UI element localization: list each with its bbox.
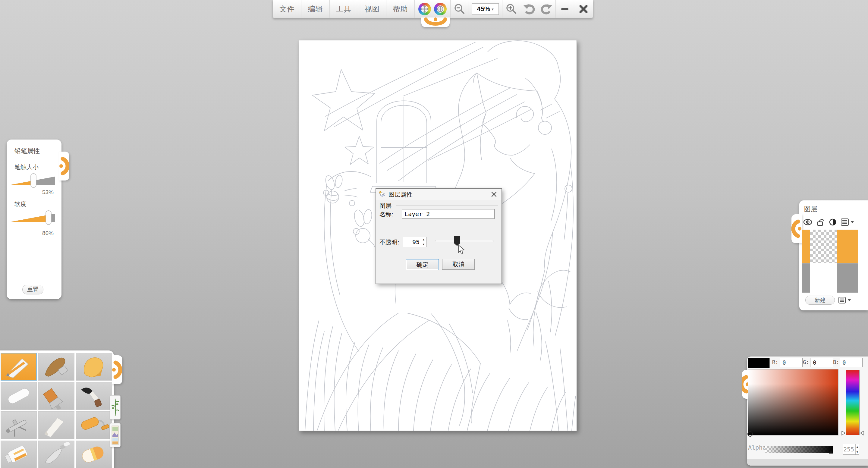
- menu-help[interactable]: 帮助: [386, 0, 415, 18]
- brush-size-label: 笔触大小: [14, 163, 61, 171]
- alpha-slider[interactable]: [765, 446, 833, 453]
- image-brush-tab[interactable]: [110, 423, 121, 447]
- spinner-up-icon: ▲: [421, 237, 426, 242]
- hue-marker-left[interactable]: [841, 431, 845, 435]
- tool-paint-tube[interactable]: [1, 441, 37, 468]
- layers-panel: 图层: [799, 200, 868, 310]
- zoom-level-value: 45%: [477, 5, 490, 13]
- spinner-down-icon: ▼: [421, 242, 426, 247]
- pencil-panel-title: 铅笔属性: [14, 147, 61, 155]
- tool-eraser-capsule[interactable]: [76, 441, 112, 468]
- tool-charcoal-pencil[interactable]: [38, 353, 74, 381]
- saturation-value-picker[interactable]: [748, 369, 838, 435]
- tool-pencil[interactable]: [1, 353, 37, 381]
- layer-controls: [803, 218, 868, 226]
- sv-picker-marker: [747, 430, 754, 438]
- layer-row-2[interactable]: [802, 263, 858, 292]
- color-panel-footer: [747, 459, 868, 466]
- tool-eraser-stick[interactable]: [1, 382, 37, 410]
- b-input[interactable]: 0: [840, 358, 863, 367]
- tool-palette-knife[interactable]: [38, 441, 74, 468]
- current-color-swatch: [748, 358, 770, 368]
- unlock-icon[interactable]: [816, 218, 825, 226]
- palette-collapse-handle[interactable]: [112, 355, 122, 384]
- tool-paint-roller[interactable]: [76, 411, 112, 439]
- zoom-level-combo[interactable]: 45%▾: [468, 0, 502, 18]
- hue-marker-right[interactable]: [860, 431, 864, 435]
- opacity-slider-track[interactable]: [435, 240, 493, 242]
- chevron-down-icon: [850, 221, 854, 224]
- layer-list-icon: [841, 218, 849, 226]
- tool-crayon[interactable]: [76, 353, 112, 381]
- opacity-spinner[interactable]: 95 ▲▼: [403, 237, 427, 247]
- dialog-titlebar[interactable]: 图层属性: [376, 189, 501, 200]
- menu-tools[interactable]: 工具: [330, 0, 358, 18]
- layer-2-thumbnail: [810, 263, 837, 292]
- tool-flat-brush[interactable]: [38, 382, 74, 410]
- divider: [396, 205, 498, 206]
- redo-button[interactable]: [538, 0, 556, 18]
- layer-row-1[interactable]: [802, 230, 858, 263]
- r-input[interactable]: 0: [780, 358, 803, 367]
- layer-1-selection-right: [837, 230, 858, 263]
- menu-edit[interactable]: 编辑: [301, 0, 330, 18]
- g-input[interactable]: 0: [810, 358, 833, 367]
- zoom-out-button[interactable]: [451, 0, 468, 18]
- close-icon: [578, 4, 589, 14]
- g-label: G:: [803, 359, 809, 365]
- layer-name-input[interactable]: Layer 2: [402, 209, 495, 219]
- scatter-brush-tab[interactable]: [110, 395, 121, 419]
- close-icon: [491, 191, 497, 197]
- brush-size-slider[interactable]: [8, 173, 61, 190]
- visibility-eye-icon[interactable]: [803, 218, 812, 226]
- alpha-value: 255: [843, 444, 855, 455]
- reset-button[interactable]: 重置: [22, 285, 43, 294]
- softness-label: 软度: [14, 200, 61, 208]
- dialog-title: 图层属性: [389, 190, 412, 198]
- tool-ink-brush[interactable]: [76, 382, 112, 410]
- mouse-cursor: [458, 245, 466, 255]
- main-toolbar: 文件 编辑 工具 视图 帮助 45%▾: [273, 0, 593, 19]
- tool-airbrush[interactable]: [1, 411, 37, 439]
- cancel-button[interactable]: 取消: [442, 259, 475, 270]
- spinner-up-icon: ▲: [856, 444, 859, 449]
- navigator-color-wheel-icon[interactable]: [434, 3, 447, 15]
- layers-stack-icon: [378, 191, 386, 198]
- pan-color-wheel-icon[interactable]: [418, 3, 431, 15]
- toolbar-collapse-handle[interactable]: [421, 18, 450, 27]
- hue-slider[interactable]: [846, 370, 860, 435]
- layer-blend-menu[interactable]: [841, 218, 854, 226]
- layers-panel-title: 图层: [804, 205, 868, 214]
- name-label: 名称:: [379, 210, 393, 218]
- color-wheel-group: [415, 0, 451, 18]
- layer-1-thumbnail: [810, 230, 837, 263]
- alpha-slider-marker: [829, 450, 833, 454]
- layers-panel-collapse-handle[interactable]: [792, 214, 802, 243]
- layer-menu-button[interactable]: [838, 297, 851, 304]
- ok-button[interactable]: 确定: [406, 259, 439, 270]
- minimize-icon: [561, 8, 568, 10]
- softness-value: 86%: [42, 230, 54, 237]
- app-window: 文件 编辑 工具 视图 帮助 45%▾: [0, 0, 868, 468]
- new-layer-button[interactable]: 新建: [805, 295, 835, 305]
- softness-slider[interactable]: [8, 210, 61, 227]
- zoom-in-button[interactable]: [502, 0, 520, 18]
- alpha-label: Alpha: [748, 444, 766, 451]
- alpha-spinner[interactable]: 255 ▲▼: [843, 444, 859, 455]
- undo-button[interactable]: [520, 0, 538, 18]
- layer-properties-dialog: 图层属性 图层 名称: Layer 2 不透明: 95 ▲▼ 确定 取消: [375, 188, 502, 284]
- opacity-value: 95: [403, 237, 421, 247]
- close-button[interactable]: [574, 0, 593, 18]
- color-panel: R: 0 G: 0 B: 0 Alpha 255 ▲▼: [747, 356, 868, 466]
- layer-list-icon: [838, 297, 846, 304]
- minimize-button[interactable]: [556, 0, 574, 18]
- tool-paper-blender[interactable]: [38, 411, 74, 439]
- contrast-icon[interactable]: [829, 218, 837, 226]
- divider: [802, 229, 866, 229]
- tool-palette: [0, 350, 114, 468]
- menu-file[interactable]: 文件: [273, 0, 301, 18]
- opacity-label: 不透明:: [379, 238, 399, 247]
- pencil-properties-panel: 铅笔属性 笔触大小 53% 软度 86% 重置: [7, 139, 61, 299]
- dialog-close-button[interactable]: [489, 190, 499, 199]
- menu-view[interactable]: 视图: [358, 0, 386, 18]
